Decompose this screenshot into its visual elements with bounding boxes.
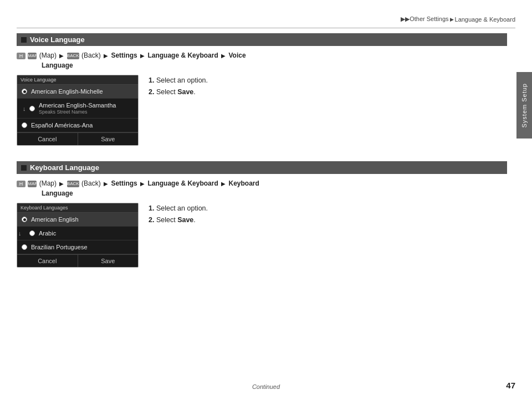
radio-dot-1 xyxy=(29,106,35,111)
scroll-down-icon: ↓ xyxy=(18,104,30,113)
breadcrumb-arrow: ▶ xyxy=(450,17,454,22)
continued-label: Continued xyxy=(252,383,280,390)
keyboard-language-panel: Keyboard Languages American English ↓ Ar… xyxy=(17,203,139,268)
voice-lang-label-2: Español Américas-Ana xyxy=(31,122,93,129)
voice-lang-label-1: American English-Samantha Speaks Street … xyxy=(39,102,116,115)
voice-language-panel-footer: Cancel Save xyxy=(17,132,138,145)
voice-language-header: Voice Language xyxy=(17,33,507,46)
keyboard-lang-label-2: Brazilian Portuguese xyxy=(31,244,88,250)
voice-lang-item-0[interactable]: American English-Michelle xyxy=(17,85,138,99)
keyboard-lang-item-1[interactable]: ↓ Arabic xyxy=(17,227,138,240)
voice-language-nav: H MAP (Map) ▶ BACK (Back) ▶ Settings ▶ L… xyxy=(17,50,507,70)
map-icon-2: MAP xyxy=(28,181,37,187)
keyboard-lang-label-0: American English xyxy=(31,216,79,223)
voice-instruction-1: 1. Select an option. xyxy=(149,75,507,86)
keyboard-language-nav: H MAP (Map) ▶ BACK (Back) ▶ Settings ▶ L… xyxy=(17,178,507,198)
voice-cancel-button[interactable]: Cancel xyxy=(17,133,78,145)
keyboard-lang-item-2[interactable]: Brazilian Portuguese xyxy=(17,240,138,254)
home-icon-2: H xyxy=(17,181,25,187)
keyboard-save-button[interactable]: Save xyxy=(78,255,139,267)
scroll-down-icon-2: ↓ xyxy=(18,230,22,237)
voice-lang-item-1[interactable]: ↓ American English-Samantha Speaks Stree… xyxy=(17,99,138,119)
voice-lang-sub-1: Speaks Street Names xyxy=(39,109,116,115)
section-square-icon xyxy=(21,37,27,43)
keyboard-radio-dot-2 xyxy=(22,244,27,250)
keyboard-language-panel-title: Keyboard Languages xyxy=(17,203,138,213)
keyboard-radio-dot-0 xyxy=(22,217,27,222)
keyboard-instruction-1: 1. Select an option. xyxy=(149,203,507,214)
radio-dot-2 xyxy=(22,122,27,128)
voice-language-panel-title: Voice Language xyxy=(17,75,138,85)
voice-language-title: Voice Language xyxy=(30,35,85,44)
page-number: 47 xyxy=(506,381,515,390)
keyboard-radio-dot-1 xyxy=(29,230,35,236)
keyboard-language-panel-footer: Cancel Save xyxy=(17,254,138,267)
back-icon-2: BACK xyxy=(67,181,79,187)
side-tab-label: System Setup xyxy=(521,83,528,127)
keyboard-language-title: Keyboard Language xyxy=(30,163,99,172)
keyboard-lang-item-0[interactable]: American English xyxy=(17,213,138,227)
breadcrumb-other-settings: ▶▶Other Settings xyxy=(401,16,448,23)
voice-language-instructions: 1. Select an option. 2. Select Save. xyxy=(149,75,507,99)
breadcrumb: ▶▶Other Settings ▶ Language & Keyboard xyxy=(401,16,515,23)
keyboard-lang-label-1: Arabic xyxy=(39,230,56,237)
keyboard-language-list: American English ↓ Arabic Brazilian Port… xyxy=(17,213,138,254)
voice-lang-item-2[interactable]: Español Américas-Ana xyxy=(17,119,138,132)
main-content: Voice Language H MAP (Map) ▶ BACK (Back)… xyxy=(17,33,507,378)
keyboard-language-instructions: 1. Select an option. 2. Select Save. xyxy=(149,203,507,227)
keyboard-language-body: Keyboard Languages American English ↓ Ar… xyxy=(17,203,507,268)
map-icon: MAP xyxy=(28,53,37,59)
keyboard-language-header: Keyboard Language xyxy=(17,161,507,174)
top-divider xyxy=(17,28,515,28)
voice-save-button[interactable]: Save xyxy=(78,133,139,145)
home-icon: H xyxy=(17,53,25,59)
keyboard-language-section: Keyboard Language H MAP (Map) ▶ BACK (Ba… xyxy=(17,161,507,268)
radio-dot-0 xyxy=(22,89,27,94)
keyboard-cancel-button[interactable]: Cancel xyxy=(17,255,78,267)
voice-instruction-2: 2. Select Save. xyxy=(149,86,507,98)
section-square-icon-2 xyxy=(21,165,27,171)
keyboard-instruction-2: 2. Select Save. xyxy=(149,214,507,226)
voice-language-body: Voice Language American English-Michelle… xyxy=(17,75,507,146)
back-icon: BACK xyxy=(67,53,79,59)
voice-language-panel: Voice Language American English-Michelle… xyxy=(17,75,139,146)
breadcrumb-language-keyboard: Language & Keyboard xyxy=(455,16,515,23)
side-tab: System Setup xyxy=(516,72,532,139)
voice-language-section: Voice Language H MAP (Map) ▶ BACK (Back)… xyxy=(17,33,507,146)
voice-language-list: American English-Michelle ↓ American Eng… xyxy=(17,85,138,132)
voice-lang-label-0: American English-Michelle xyxy=(31,88,103,95)
